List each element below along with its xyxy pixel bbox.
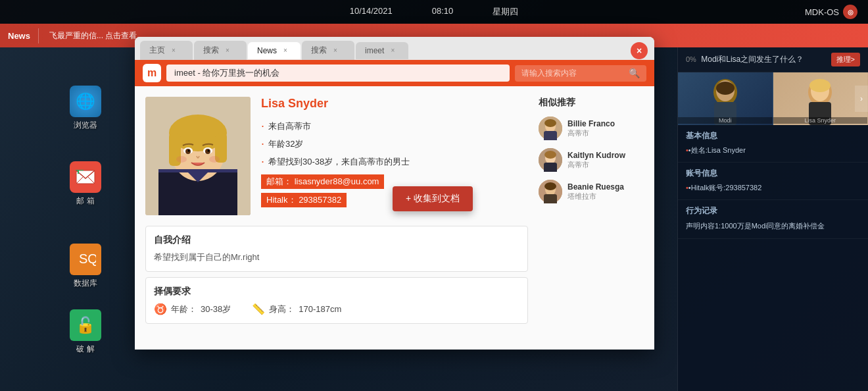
hitalk-value-profile: 293857382 xyxy=(299,195,341,205)
basic-info-section: 基本信息 ••姓名:Lisa Snyder xyxy=(678,125,868,163)
tab-homepage[interactable]: 主页 × xyxy=(140,41,193,60)
age-req-icon: ♉ xyxy=(154,303,167,315)
self-intro-box: 自我介绍 希望找到属于自己的Mr.right xyxy=(145,226,528,272)
desktop: 10/14/2021 08:10 星期四 MDK-OS ◎ News 飞最严重的… xyxy=(0,0,868,391)
progress-pct: 0% xyxy=(686,55,696,63)
address-bar: m imeet - 给你万里挑一的机会 请输入搜索内容 🔍 xyxy=(135,60,654,86)
partner-req-box: 择偶要求 ♉ 年龄： 30-38岁 📏 身高： 170-187cm xyxy=(145,277,528,324)
imeet-logo: m xyxy=(143,64,161,82)
similar-item-2[interactable]: Beanie Ruesga 塔维拉市 xyxy=(539,180,644,203)
mail-icon-label: 邮 箱 xyxy=(76,195,94,207)
time-section: 10/14/2021 08:10 星期四 xyxy=(350,6,519,18)
similar-info-1: Kaitlyn Kudrow 高蒂市 xyxy=(567,151,625,170)
age-req-value: 30-38岁 xyxy=(201,303,231,315)
hitalk-row: ••Hitalk账号:293857382 xyxy=(686,182,860,194)
tab-search2[interactable]: 搜索 × xyxy=(302,41,354,60)
deduce-button[interactable]: 推理> xyxy=(831,53,860,66)
similar-title: 相似推荐 xyxy=(539,97,644,109)
weekday-display: 星期四 xyxy=(493,6,518,18)
age-req-label: 年龄： xyxy=(171,303,197,315)
basic-name-value: Lisa Snyder xyxy=(708,146,746,154)
database-icon-img: SQL xyxy=(70,244,101,275)
database-icon-label: 数据库 xyxy=(74,278,97,289)
svg-point-27 xyxy=(208,150,210,152)
svg-point-13 xyxy=(809,79,831,92)
tab-search2-label: 搜索 xyxy=(311,45,327,56)
collect-button[interactable]: + 收集到文档 xyxy=(393,186,473,211)
tab-news[interactable]: News × xyxy=(248,42,301,59)
similar-avatar-1 xyxy=(539,148,562,172)
height-req-item: 📏 身高： 170-187cm xyxy=(252,303,341,315)
similar-info-0: Billie Franco 高蒂市 xyxy=(567,119,615,138)
search-box[interactable]: 请输入搜索内容 🔍 xyxy=(515,65,646,82)
similar-panel: 相似推荐 Billie Franco 高蒂市 xyxy=(539,97,644,339)
similar-name-1: Kaitlyn Kudrow xyxy=(567,151,625,160)
address-input[interactable]: imeet - 给你万里挑一的机会 xyxy=(166,65,510,82)
similar-avatar-0 xyxy=(539,117,562,140)
basic-name-label: •姓名: xyxy=(688,146,708,154)
svg-point-9 xyxy=(716,82,735,95)
svg-point-37 xyxy=(544,151,556,159)
tab-search1-close[interactable]: × xyxy=(223,46,232,55)
search-placeholder: 请输入搜索内容 xyxy=(521,68,625,79)
profile-looking-for: 希望找到30-38岁，来自高蒂市的男士 xyxy=(261,153,528,170)
self-intro-content: 希望找到属于自己的Mr.right xyxy=(154,251,519,263)
browser-icon-label: 浏览器 xyxy=(74,120,97,131)
similar-city-2: 塔维拉市 xyxy=(567,192,624,201)
similar-info-2: Beanie Ruesga 塔维拉市 xyxy=(567,182,624,201)
tab-homepage-label: 主页 xyxy=(149,45,165,56)
browser-close-button[interactable]: × xyxy=(631,42,648,59)
browser-icon-desktop[interactable]: 🌐 浏览器 xyxy=(59,86,112,131)
date-display: 10/14/2021 xyxy=(350,6,393,18)
photo-modi[interactable]: Modi xyxy=(678,72,773,125)
tab-search1-label: 搜索 xyxy=(203,45,219,56)
similar-item-0[interactable]: Billie Franco 高蒂市 xyxy=(539,117,644,140)
taskbar-top: 10/14/2021 08:10 星期四 MDK-OS ◎ xyxy=(0,0,868,24)
similar-item-1[interactable]: Kaitlyn Kudrow 高蒂市 xyxy=(539,148,644,172)
question-text: Modi和Lisa之间发生了什么？ xyxy=(701,55,804,64)
hitalk-label: •Hitalk账号: xyxy=(688,184,725,192)
similar-avatar-2 xyxy=(539,180,562,203)
browser-icon-img: 🌐 xyxy=(70,86,101,117)
tab-homepage-close[interactable]: × xyxy=(169,46,178,55)
database-icon-desktop[interactable]: SQL 数据库 xyxy=(59,244,112,289)
hitalk-label-profile: Hitalk： xyxy=(266,195,297,205)
photo-lisa[interactable]: Lisa Snyder xyxy=(773,72,869,125)
hitalk-value: 293857382 xyxy=(725,184,761,192)
behavior-title: 行为记录 xyxy=(686,205,860,217)
crack-icon-img: 🔓 xyxy=(70,309,101,341)
mail-icon-desktop[interactable]: 邮 箱 xyxy=(59,161,112,207)
hitalk-highlight: Hitalk： 293857382 xyxy=(261,193,347,207)
profile-name: Lisa Snyder xyxy=(261,97,528,111)
tab-news-label: News xyxy=(257,46,277,55)
photos-nav-arrow[interactable]: › xyxy=(855,86,868,112)
profile-city: 来自高蒂市 xyxy=(261,117,528,135)
svg-rect-34 xyxy=(544,131,557,140)
basic-info-title: 基本信息 xyxy=(686,130,860,142)
news-badge: News xyxy=(0,28,39,43)
account-info-section: 账号信息 ••Hitalk账号:293857382 xyxy=(678,163,868,200)
crack-icon-desktop[interactable]: 🔓 破 解 xyxy=(59,309,112,355)
email-highlight: 邮箱： lisasnyder88@uu.com xyxy=(261,174,384,189)
photo-lisa-label: Lisa Snyder xyxy=(773,117,868,124)
tab-imeet-close[interactable]: × xyxy=(388,46,397,55)
behavior-section: 行为记录 声明内容1:1000万是Modi同意的离婚补偿金 xyxy=(678,200,868,239)
tab-search1[interactable]: 搜索 × xyxy=(194,41,247,60)
tab-imeet[interactable]: imeet × xyxy=(356,42,408,59)
photos-strip: Modi Lisa Snyder › xyxy=(678,72,868,125)
tab-news-close[interactable]: × xyxy=(281,46,290,55)
hitalk-row: Hitalk： 293857382 + 收集到文档 xyxy=(261,192,528,209)
svg-text:SQL: SQL xyxy=(79,251,96,266)
email-value: lisasnyder88@uu.com xyxy=(295,176,379,186)
os-label: MDK-OS xyxy=(805,7,839,17)
browser-window: 主页 × 搜索 × News × 搜索 × imeet × × m xyxy=(135,37,654,350)
tab-bar: 主页 × 搜索 × News × 搜索 × imeet × × xyxy=(135,37,654,60)
svg-point-26 xyxy=(188,150,190,152)
os-info: MDK-OS ◎ xyxy=(805,5,857,19)
tab-search2-close[interactable]: × xyxy=(331,46,340,55)
search-icon: 🔍 xyxy=(629,68,640,78)
svg-point-28 xyxy=(176,156,187,163)
event-question: 0% Modi和Lisa之间发生了什么？ 推理> xyxy=(678,47,868,72)
svg-point-41 xyxy=(544,182,556,190)
right-panel: ★ 事件目标 0/4 ▾ 0% Modi和Lisa之间发生了什么？ 推理> xyxy=(677,24,868,391)
